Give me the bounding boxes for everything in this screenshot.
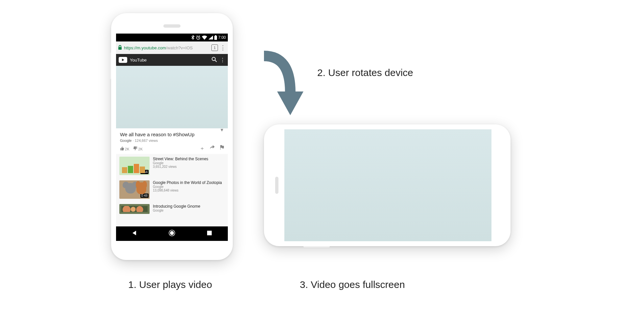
youtube-brand: YouTube: [130, 58, 147, 63]
url-path: /watch?v=IOS: [166, 45, 193, 50]
video-views: 124,667 views: [135, 139, 158, 142]
thumbnail: 0:48: [119, 180, 150, 199]
phone-landscape-frame: [264, 124, 511, 246]
svg-point-4: [212, 57, 215, 61]
related-item[interactable]: Introducing Google Gnome Google: [116, 201, 228, 230]
phone-portrait-frame: 7:00 https://m.youtube.com/watch?v=IOS 1…: [111, 13, 233, 260]
related-title: Google Photos in the World of Zootopia: [153, 180, 222, 185]
related-title: Street View: Behind the Scenes: [153, 157, 208, 161]
flag-icon[interactable]: [220, 145, 224, 152]
browser-url-bar[interactable]: https://m.youtube.com/watch?v=IOS 1 ⋮: [116, 41, 228, 54]
hardware-button: [110, 53, 111, 79]
url-scheme: https://: [124, 45, 137, 50]
hardware-button: [303, 246, 330, 247]
status-bar: 7:00: [116, 34, 228, 41]
speaker-icon: [275, 177, 278, 194]
svg-rect-2: [215, 35, 216, 36]
related-title: Introducing Google Gnome: [153, 204, 200, 209]
related-views: 3,651,202 views: [153, 165, 208, 168]
signal-icon: [208, 36, 213, 39]
status-time: 7:00: [218, 35, 226, 40]
caption-step-1: 1. User plays video: [128, 279, 212, 290]
video-channel[interactable]: Google: [120, 139, 131, 142]
android-nav-bar: [116, 226, 228, 241]
nav-recents-icon[interactable]: [206, 230, 212, 237]
video-info: We all have a reason to #ShowUp ▾ Google…: [116, 128, 228, 154]
related-views: 13,098,648 views: [153, 189, 222, 192]
related-channel: Google: [153, 209, 200, 212]
share-icon[interactable]: [210, 145, 215, 152]
youtube-header: YouTube ⋮: [116, 54, 228, 66]
related-item[interactable]: 0:48 Google Photos in the World of Zooto…: [116, 178, 228, 201]
duration-badge: 1:54: [140, 170, 149, 174]
speaker-icon: [163, 24, 180, 28]
video-title: We all have a reason to #ShowUp: [120, 132, 224, 137]
related-channel: Google: [153, 161, 208, 165]
svg-rect-11: [207, 231, 212, 235]
youtube-logo-icon[interactable]: [119, 57, 127, 63]
nav-back-icon[interactable]: [131, 230, 137, 237]
add-to-icon[interactable]: ＋: [200, 145, 205, 152]
like-button[interactable]: 2K: [120, 146, 130, 151]
battery-icon: [214, 35, 217, 40]
nav-home-icon[interactable]: [168, 229, 176, 238]
alarm-icon: [196, 35, 201, 40]
wifi-icon: [202, 36, 207, 39]
tabs-button[interactable]: 1: [211, 44, 218, 51]
svg-rect-3: [118, 47, 122, 50]
thumbnail: [119, 204, 150, 214]
lock-icon: [118, 45, 122, 51]
expand-icon[interactable]: ▾: [221, 127, 223, 133]
screen-portrait: 7:00 https://m.youtube.com/watch?v=IOS 1…: [116, 34, 228, 241]
browser-menu-icon[interactable]: ⋮: [220, 44, 226, 51]
video-player[interactable]: [116, 66, 228, 128]
rotate-arrow: [257, 49, 307, 123]
thumbnail: 1:54: [119, 157, 150, 175]
svg-point-10: [170, 231, 174, 235]
bluetooth-icon: [191, 35, 195, 40]
related-item[interactable]: 1:54 Street View: Behind the Scenes Goog…: [116, 154, 228, 178]
url-host: m.youtube.com: [137, 45, 166, 50]
related-channel: Google: [153, 185, 222, 189]
svg-rect-1: [214, 36, 217, 40]
duration-badge: 0:48: [140, 194, 149, 198]
search-icon[interactable]: [211, 57, 217, 64]
youtube-menu-icon[interactable]: ⋮: [220, 57, 225, 63]
related-videos-list: 1:54 Street View: Behind the Scenes Goog…: [116, 154, 228, 230]
screen-landscape-fullscreen-video[interactable]: [284, 129, 491, 241]
caption-step-2: 2. User rotates device: [317, 67, 413, 78]
caption-step-3: 3. Video goes fullscreen: [300, 279, 405, 290]
dislike-button[interactable]: 2K: [133, 146, 143, 151]
